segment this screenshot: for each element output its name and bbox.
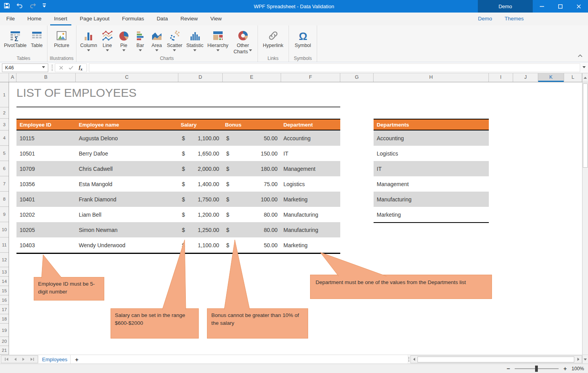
row-header[interactable]: 1 <box>0 82 9 107</box>
column-header[interactable]: I <box>489 73 513 82</box>
table-row[interactable]: 10202 Liam Bell $1,200.00 $80.00 Manufac… <box>16 207 340 222</box>
row-header[interactable]: 7 <box>0 176 9 192</box>
minimize-button[interactable] <box>533 0 551 13</box>
department-item-cell[interactable]: Logistics <box>374 146 489 161</box>
department-item-cell[interactable]: Management <box>374 176 489 192</box>
maximize-button[interactable] <box>551 0 570 13</box>
employee-id-cell[interactable]: 10202 <box>16 212 76 218</box>
department-item-cell[interactable]: Marketing <box>374 207 489 222</box>
ribbon-tab[interactable]: Page Layout <box>76 13 114 25</box>
table-row[interactable]: 10356 Esta Mangold $1,400.00 $75.00 Logi… <box>16 176 340 192</box>
statistic-chart-button[interactable]: Statistic <box>184 27 205 53</box>
area-chart-button[interactable]: Area <box>149 27 165 53</box>
row-header[interactable]: 5 <box>0 146 9 161</box>
tab-scroll-splitter[interactable] <box>408 357 409 362</box>
bonus-cell[interactable]: $80.00 <box>223 227 281 233</box>
table-row[interactable]: 10709 Chris Cadwell $2,000.00 $180.00 Ma… <box>16 161 340 176</box>
departments-header[interactable]: Departments <box>374 119 489 130</box>
zoom-slider[interactable] <box>515 368 559 369</box>
ribbon-tab[interactable]: Formulas <box>118 13 148 25</box>
department-cell[interactable]: Marketing <box>281 196 340 203</box>
column-header[interactable]: J <box>513 73 538 82</box>
row-header[interactable]: 6 <box>0 161 9 176</box>
row-header[interactable]: 14 <box>0 277 9 286</box>
column-chart-button[interactable]: Column <box>78 27 99 53</box>
row-header[interactable]: 12 <box>0 253 9 267</box>
table-row[interactable]: 10501 Berry Dafoe $1,650.00 $150.00 IT <box>16 146 340 161</box>
salary-cell[interactable]: $1,650.00 <box>178 150 223 157</box>
ribbon-tab[interactable]: Insert <box>50 13 71 25</box>
employee-name-cell[interactable]: Wendy Underwood <box>76 242 178 248</box>
picture-button[interactable]: Picture <box>49 27 74 48</box>
bonus-cell[interactable]: $100.00 <box>223 196 281 203</box>
table-row[interactable]: 10401 Frank Diamond $1,750.00 $100.00 Ma… <box>16 192 340 207</box>
other-charts-button[interactable]: Other Charts <box>230 27 256 55</box>
row-header[interactable]: 10 <box>0 222 9 237</box>
table-button[interactable]: Table <box>29 27 45 48</box>
header-salary[interactable]: Salary <box>178 122 223 128</box>
salary-cell[interactable]: $2,000.00 <box>178 166 223 172</box>
demo-titlebar-button[interactable]: Demo <box>478 0 533 13</box>
save-icon[interactable] <box>4 3 10 10</box>
bonus-cell[interactable]: $150.00 <box>223 150 281 157</box>
zoom-out-button[interactable]: − <box>506 365 510 372</box>
department-item-cell[interactable]: Manufacturing <box>374 192 489 207</box>
vertical-scrollbar[interactable] <box>582 73 588 355</box>
column-header[interactable]: H <box>374 73 489 82</box>
employee-name-cell[interactable]: Chris Cadwell <box>76 166 178 172</box>
callout-department[interactable]: Department must be one of the values fro… <box>310 275 492 299</box>
sheet-tab-employees[interactable]: Employees <box>39 355 71 364</box>
expand-formula-bar-icon[interactable] <box>583 66 586 70</box>
bonus-cell[interactable]: $50.00 <box>223 242 281 248</box>
ribbon-right-tab[interactable]: Themes <box>501 13 528 25</box>
close-button[interactable] <box>570 0 588 13</box>
callout-salary[interactable]: Salary can be set in the range $600-$200… <box>111 308 199 339</box>
callout-bonus[interactable]: Bonus cannot be greater than 10% of the … <box>207 308 308 339</box>
department-item-cell[interactable]: IT <box>374 161 489 176</box>
horizontal-scrollbar[interactable] <box>410 355 582 363</box>
salary-cell[interactable]: $1,100.00 <box>178 242 223 248</box>
row-header[interactable]: 4 <box>0 130 9 146</box>
column-header[interactable]: F <box>281 73 340 82</box>
pivottable-button[interactable]: Σ PivotTable <box>2 27 29 48</box>
column-header[interactable]: D <box>178 73 223 82</box>
cancel-icon[interactable] <box>59 64 63 71</box>
employee-id-cell[interactable]: 10709 <box>16 166 76 172</box>
department-cell[interactable]: Accounting <box>281 135 340 141</box>
bonus-cell[interactable]: $50.00 <box>223 135 281 141</box>
ribbon-tab[interactable]: Review <box>176 13 201 25</box>
add-sheet-button[interactable]: + <box>71 355 83 364</box>
redo-icon[interactable] <box>29 3 36 10</box>
undo-icon[interactable] <box>16 3 23 10</box>
employee-name-cell[interactable]: Augusta Delono <box>76 135 178 141</box>
horizontal-scroll-thumb[interactable] <box>417 357 574 362</box>
salary-cell[interactable]: $1,100.00 <box>178 135 223 141</box>
row-header[interactable]: 16 <box>0 295 9 305</box>
hierarchy-chart-button[interactable]: Hierarchy <box>205 27 230 53</box>
symbol-button[interactable]: Ω Symbol <box>291 27 315 48</box>
last-sheet-icon[interactable] <box>30 357 34 362</box>
insert-function-icon[interactable]: fx <box>79 64 82 71</box>
customize-toolbar-icon[interactable] <box>43 4 46 9</box>
column-header[interactable]: B <box>16 73 76 82</box>
header-employee-name[interactable]: Employee name <box>76 122 178 128</box>
next-sheet-icon[interactable] <box>22 357 25 362</box>
employee-name-cell[interactable]: Liam Bell <box>76 212 178 218</box>
department-cell[interactable]: Manufacturing <box>281 227 340 233</box>
department-cell[interactable]: IT <box>281 150 340 157</box>
column-header[interactable]: C <box>76 73 178 82</box>
select-all-corner[interactable] <box>0 73 9 82</box>
row-header[interactable]: 3 <box>0 119 9 130</box>
salary-cell[interactable]: $1,400.00 <box>178 181 223 187</box>
salary-cell[interactable]: $1,200.00 <box>178 212 223 218</box>
employee-id-cell[interactable]: 10356 <box>16 181 76 187</box>
zoom-in-button[interactable]: + <box>563 365 567 372</box>
scroll-up-icon[interactable] <box>583 73 588 82</box>
row-header[interactable]: 19 <box>0 324 9 337</box>
bar-chart-button[interactable]: Bar <box>132 27 149 53</box>
row-header[interactable]: 11 <box>0 237 9 253</box>
line-chart-button[interactable]: Line <box>99 27 116 53</box>
zoom-slider-thumb[interactable] <box>535 366 538 372</box>
callout-employee-id[interactable]: Employee ID must be 5-digit number <box>34 277 104 301</box>
sheet-title-cell[interactable]: LIST OF EMPLOYEES <box>16 86 136 100</box>
